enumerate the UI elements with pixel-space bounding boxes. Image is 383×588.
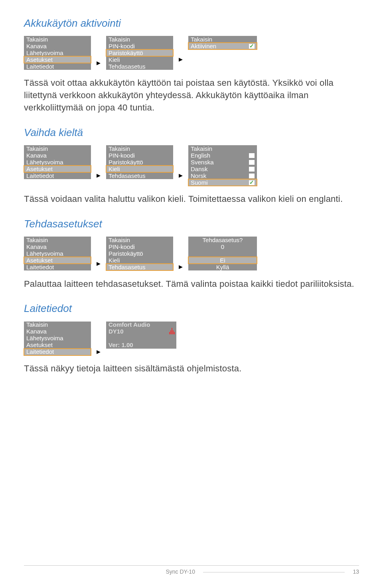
arrow-icon: ▶ — [97, 59, 101, 67]
menu-item-label: Takaisin — [26, 146, 48, 152]
menu-item[interactable]: Paristokäyttö — [106, 250, 173, 257]
menu-item[interactable]: Kanava — [24, 243, 91, 250]
menu-item[interactable]: Tehdasasetus — [106, 264, 173, 270]
menu-item[interactable]: Lähetysvoima — [24, 335, 91, 342]
arrow-icon: ▶ — [179, 56, 183, 63]
menus-row-akt: TakaisinKanavaLähetysvoimaAsetuksetLaite… — [24, 36, 359, 70]
section-title-tehdas: Tehdasasetukset — [24, 217, 359, 231]
menu-item-label: Paristokäyttö — [109, 251, 143, 257]
menu-item-label: Laitetiedot — [26, 264, 54, 270]
factory-option-no[interactable]: Ei — [188, 257, 257, 264]
menu-item-label: Takaisin — [109, 36, 130, 43]
menu-item[interactable]: Takaisin — [24, 145, 91, 152]
body-text-tehdas: Palauttaa laitteen tehdasasetukset. Tämä… — [24, 278, 359, 290]
menu-item-label: English — [191, 152, 210, 159]
menu-item-label: Asetukset — [26, 166, 53, 172]
menu-item[interactable]: Takaisin — [106, 36, 173, 43]
menu-item[interactable]: Laitetiedot — [24, 172, 91, 179]
factory-value: 0 — [188, 243, 257, 250]
menu-col1-tehdas: TakaisinKanavaLähetysvoimaAsetuksetLaite… — [24, 237, 91, 270]
menu-item[interactable]: Asetukset — [24, 56, 91, 63]
menu-item[interactable]: Asetukset — [24, 342, 91, 349]
menus-row-kieli: TakaisinKanavaLähetysvoimaAsetuksetLaite… — [24, 145, 359, 186]
factory-question: Tehdasasetus? — [188, 237, 257, 243]
menu-item[interactable]: Takaisin — [24, 36, 91, 43]
menu-col3-kieli: TakaisinEnglishSvenskaDanskNorskSuomi — [188, 145, 257, 186]
menu-item[interactable]: Takaisin — [24, 237, 91, 243]
menu-item[interactable]: Kieli — [106, 257, 173, 264]
menu-col1-akt: TakaisinKanavaLähetysvoimaAsetuksetLaite… — [24, 36, 91, 70]
menu-item[interactable]: Takaisin — [24, 322, 91, 328]
menu-item[interactable]: Tehdasasetus — [106, 172, 173, 179]
menu-item[interactable]: Kanava — [24, 328, 91, 335]
section-title-kieli: Vaihda kieltä — [24, 125, 359, 140]
checkbox-icon — [249, 180, 255, 185]
menu-item-label: Lähetysvoima — [26, 50, 63, 56]
menu-item[interactable]: Laitetiedot — [24, 264, 91, 270]
brand-label: Comfort Audio — [109, 322, 150, 328]
menu-item-label: Takaisin — [26, 237, 48, 243]
menu-item[interactable]: Takaisin — [188, 145, 257, 152]
menu-item[interactable]: PIN-koodi — [106, 152, 173, 159]
section-title-akt: Akkukäytön aktivointi — [24, 16, 359, 30]
menu-item-label: Asetukset — [26, 57, 53, 63]
menu-item[interactable]: Laitetiedot — [24, 349, 91, 355]
arrow-icon: ▶ — [179, 172, 183, 179]
menu-item[interactable]: Norsk — [188, 172, 257, 179]
menu-item[interactable]: Suomi — [188, 179, 257, 186]
menu-item[interactable]: Svenska — [188, 159, 257, 166]
menu-item[interactable]: Kanava — [24, 43, 91, 49]
menu-item[interactable]: Paristokäyttö — [106, 159, 173, 166]
menu-item-label: Tehdasasetus — [109, 173, 146, 179]
menu-item-label: Kanava — [26, 328, 47, 335]
menu-item[interactable]: Paristokäyttö — [106, 49, 173, 56]
menu-col2-kieli: TakaisinPIN-koodiParistokäyttöKieliTehda… — [106, 145, 173, 179]
version-label: Ver: 1.00 — [109, 342, 133, 348]
menu-item[interactable]: Kieli — [106, 56, 173, 63]
menu-item[interactable]: Aktiivinen — [188, 43, 257, 49]
menu-item-label: Kieli — [109, 57, 120, 63]
menu-item[interactable]: PIN-koodi — [106, 243, 173, 250]
menu-item[interactable]: Lähetysvoima — [24, 49, 91, 56]
menu-item-label: Kieli — [109, 257, 120, 264]
menu-item-label: Lähetysvoima — [26, 251, 63, 257]
menu-item[interactable]: Laitetiedot — [24, 63, 91, 70]
arrow-icon: ▶ — [97, 260, 101, 267]
menu-item-label: Asetukset — [26, 342, 53, 348]
menu-item-label: Suomi — [191, 180, 208, 186]
menu-item[interactable]: Lähetysvoima — [24, 159, 91, 166]
menu-item-label: Kieli — [109, 166, 120, 172]
menu-item-label: Tehdasasetus — [109, 63, 146, 70]
section-title-laite: Laitetiedot — [24, 301, 359, 316]
menu-item-label: Laitetiedot — [26, 173, 54, 179]
menu-item[interactable]: PIN-koodi — [106, 43, 173, 49]
menu-item-label: Lähetysvoima — [26, 335, 63, 341]
menu-item-label: Aktiivinen — [191, 43, 216, 49]
menu-item[interactable]: Dansk — [188, 166, 257, 172]
menu-item[interactable]: Lähetysvoima — [24, 250, 91, 257]
checkbox-icon — [249, 153, 255, 158]
menu-item[interactable]: Asetukset — [24, 166, 91, 172]
checkbox-icon — [249, 167, 255, 172]
menu-item[interactable]: Takaisin — [106, 237, 173, 243]
menu-item[interactable]: Takaisin — [106, 145, 173, 152]
menu-item-label: Takaisin — [191, 36, 212, 43]
menu-item-label: Kanava — [26, 244, 47, 250]
menu-item-label: Takaisin — [26, 322, 48, 328]
menu-item-label: PIN-koodi — [109, 152, 135, 159]
menu-col3-akt: TakaisinAktiivinen — [188, 36, 257, 49]
menu-item[interactable]: Kanava — [24, 152, 91, 159]
menu-item-label: Takaisin — [26, 36, 48, 43]
menu-item[interactable]: Tehdasasetus — [106, 63, 173, 70]
menu-item[interactable]: Takaisin — [188, 36, 257, 43]
body-text-laite: Tässä näkyy tietoja laitteen sisältämäst… — [24, 363, 359, 375]
menu-col2-tehdas: TakaisinPIN-koodiParistokäyttöKieliTehda… — [106, 237, 173, 270]
menu-col1-kieli: TakaisinKanavaLähetysvoimaAsetuksetLaite… — [24, 145, 91, 179]
factory-option-yes[interactable]: Kyllä — [188, 264, 257, 270]
menu-item-label: Paristokäyttö — [109, 159, 143, 166]
menu-item[interactable]: English — [188, 152, 257, 159]
menu-item[interactable]: Kieli — [106, 166, 173, 172]
menu-item[interactable]: Asetukset — [24, 257, 91, 264]
menu-item-label: Takaisin — [109, 146, 130, 152]
page-footer: Sync DY-10 13 — [24, 565, 359, 576]
